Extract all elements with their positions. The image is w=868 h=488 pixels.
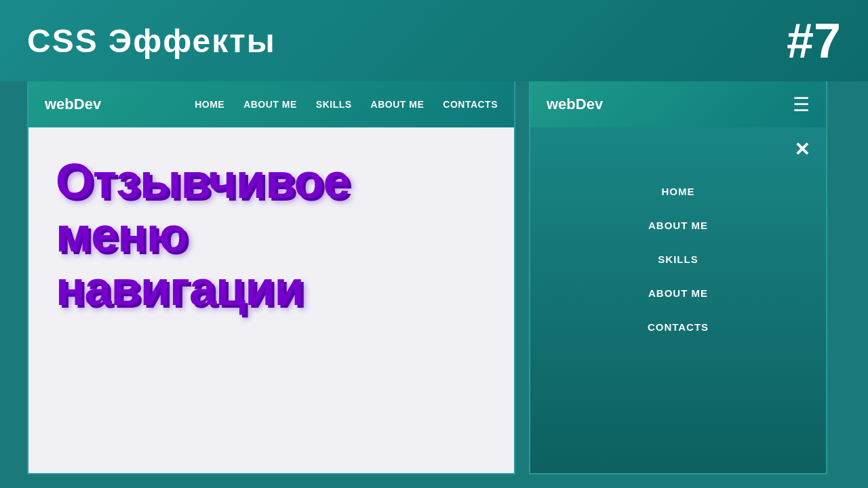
mobile-navbar: webDev ☰	[530, 81, 826, 127]
mobile-nav-link-skills[interactable]: SKILLS	[658, 253, 698, 265]
hero-line2: меню	[56, 207, 187, 262]
nav-item-skills[interactable]: SKILLS	[316, 98, 352, 110]
hero-line3: навигации	[56, 261, 304, 315]
mobile-nav-item-skills[interactable]: SKILLS	[530, 243, 826, 277]
desktop-brand: webDev	[45, 96, 101, 113]
nav-link-contacts[interactable]: CONTACTS	[443, 99, 498, 110]
mobile-nav-item-about[interactable]: ABOUT ME	[530, 209, 826, 243]
desktop-panel: webDev HOME ABOUT ME SKILLS ABOUT ME CON…	[27, 81, 515, 474]
nav-link-about2[interactable]: ABOUT ME	[371, 99, 425, 110]
mobile-nav-links: HOME ABOUT ME SKILLS ABOUT ME CONTACTS	[530, 175, 826, 344]
nav-item-about2[interactable]: ABOUT ME	[371, 98, 425, 110]
nav-link-skills[interactable]: SKILLS	[316, 99, 352, 110]
desktop-nav-links: HOME ABOUT ME SKILLS ABOUT ME CONTACTS	[195, 98, 498, 110]
mobile-nav-item-contacts[interactable]: CONTACTS	[530, 310, 826, 344]
mobile-brand: webDev	[547, 96, 603, 113]
nav-link-home[interactable]: HOME	[195, 99, 224, 110]
nav-item-contacts[interactable]: CONTACTS	[443, 98, 498, 110]
hero-line1: Отзывчивое	[56, 154, 349, 208]
page-title: CSS Эффекты	[27, 22, 276, 60]
mobile-nav-link-about[interactable]: ABOUT ME	[648, 220, 708, 231]
mobile-nav-link-home[interactable]: HOME	[662, 186, 695, 197]
desktop-navbar: webDev HOME ABOUT ME SKILLS ABOUT ME CON…	[28, 81, 514, 127]
mobile-nav-item-home[interactable]: HOME	[530, 175, 826, 209]
top-bar: CSS Эффекты #7	[0, 0, 868, 81]
close-button[interactable]: ✕	[794, 138, 810, 161]
nav-link-about[interactable]: ABOUT ME	[243, 99, 297, 110]
mobile-panel: webDev ☰ ✕ HOME ABOUT ME SKILLS ABOUT ME…	[529, 81, 827, 474]
hero-text: Отзывчивое меню навигации	[56, 155, 349, 316]
nav-item-home[interactable]: HOME	[195, 98, 224, 110]
hamburger-icon[interactable]: ☰	[793, 94, 810, 116]
mobile-nav-link-contacts[interactable]: CONTACTS	[648, 321, 709, 333]
mobile-nav-item-about2[interactable]: ABOUT ME	[530, 277, 826, 310]
mobile-nav-link-about2[interactable]: ABOUT ME	[648, 287, 708, 299]
hero-section: Отзывчивое меню навигации	[28, 127, 514, 473]
content-area: webDev HOME ABOUT ME SKILLS ABOUT ME CON…	[0, 81, 868, 488]
mobile-menu-open: ✕ HOME ABOUT ME SKILLS ABOUT ME CONTACTS	[530, 127, 826, 473]
nav-item-about[interactable]: ABOUT ME	[243, 98, 297, 110]
episode-number: #7	[787, 13, 841, 68]
